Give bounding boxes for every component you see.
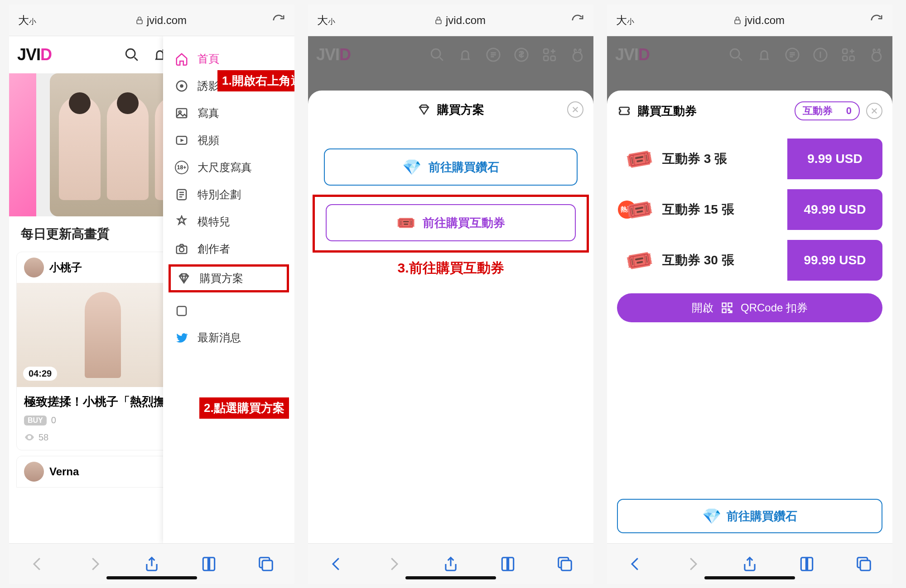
annotation-1: 1.開啟右上角選單: [217, 70, 294, 91]
menu-adult[interactable]: 18+ 大尺度寫真: [163, 154, 294, 181]
menu-label: 購買方案: [200, 271, 243, 286]
reload-icon: [870, 14, 883, 27]
goto-buy-ticket-button[interactable]: 🎟️ 前往購買互動券: [326, 204, 576, 241]
record-icon: [175, 79, 188, 93]
svg-rect-27: [551, 56, 555, 61]
phone-screenshot-1: 大小 jvid.com JVID 點我購 每日更新高畫質: [9, 5, 294, 584]
back-icon[interactable]: [328, 555, 345, 573]
reload-button[interactable]: [566, 14, 584, 27]
ticket-emoji-icon: 🎟️: [624, 195, 655, 225]
menu-model[interactable]: 模特兒: [163, 208, 294, 235]
button-label: 前往購買互動券: [423, 215, 505, 231]
ticket-plan[interactable]: 🎟️ 互動券 3 張 9.99 USD: [617, 139, 882, 179]
diamond-outline-icon: [417, 103, 431, 116]
plan-price: 49.99 USD: [787, 189, 882, 230]
svg-point-37: [872, 52, 881, 61]
goto-buy-diamond-button[interactable]: 💎 前往購買鑽石: [617, 499, 882, 533]
menu-hidden-item[interactable]: [163, 294, 294, 324]
sheet-title: 購買互動券: [638, 103, 697, 119]
menu-label: 首頁: [198, 52, 219, 66]
url-bar[interactable]: jvid.com: [54, 14, 267, 27]
home-icon: [175, 52, 188, 66]
play-icon: [175, 134, 188, 147]
back-icon[interactable]: [29, 555, 46, 573]
menu-special[interactable]: 特別企劃: [163, 181, 294, 208]
forward-icon[interactable]: [86, 555, 103, 573]
menu-label: 視頻: [198, 133, 219, 148]
star-person-icon: [175, 215, 188, 229]
goto-buy-diamond-button[interactable]: 💎 前往購買鑽石: [324, 148, 578, 186]
tabs-icon[interactable]: [257, 555, 275, 573]
url-bar[interactable]: jvid.com: [353, 14, 566, 27]
app-header: JVID: [607, 36, 892, 73]
menu-label: 大尺度寫真: [198, 160, 252, 175]
plan-price: 9.99 USD: [787, 139, 882, 179]
tabs-icon[interactable]: [855, 555, 872, 573]
plan-name: 互動券 3 張: [662, 150, 787, 167]
plan-name: 互動券 30 張: [662, 252, 787, 269]
ticket-highlight: 🎟️ 前往購買互動券: [313, 195, 589, 253]
back-icon[interactable]: [627, 555, 644, 573]
eye-icon: [24, 432, 35, 443]
search-icon: [429, 47, 445, 62]
menu-creator[interactable]: 創作者: [163, 235, 294, 263]
search-icon[interactable]: [124, 47, 140, 62]
home-indicator: [704, 576, 795, 579]
menu-video[interactable]: 視頻: [163, 127, 294, 154]
menu-home[interactable]: 首頁: [163, 45, 294, 72]
qr-redeem-button[interactable]: 開啟 QRCode 扣券: [617, 293, 882, 322]
button-label: 前往購買鑽石: [727, 508, 797, 524]
tabs-icon[interactable]: [556, 555, 573, 573]
avatar: [24, 462, 44, 482]
share-icon[interactable]: [741, 555, 758, 573]
svg-rect-36: [850, 56, 854, 61]
ticket-sheet: 購買互動券 互動券 0 🎟️ 互動券 3 張 9.99 USD 熱門 🎟️: [607, 91, 892, 543]
close-button[interactable]: [567, 101, 583, 118]
ticket-plan[interactable]: 熱門 🎟️ 互動券 15 張 49.99 USD: [617, 189, 882, 230]
reload-button[interactable]: [267, 14, 285, 27]
avatar: [24, 258, 44, 277]
coin-icon: [813, 47, 828, 62]
bookmarks-icon[interactable]: [499, 555, 516, 573]
menu-label: 誘影: [198, 79, 219, 93]
bookmarks-icon[interactable]: [200, 555, 217, 573]
bookmarks-icon[interactable]: [798, 555, 815, 573]
share-icon[interactable]: [442, 555, 459, 573]
text-size-control[interactable]: 大小: [317, 13, 353, 28]
logo[interactable]: JVID: [17, 45, 52, 64]
menu-photo[interactable]: 寫真: [163, 100, 294, 127]
coin-icon: [514, 47, 529, 62]
chip-count: 0: [846, 105, 852, 117]
menu-purchase[interactable]: 購買方案: [169, 264, 289, 292]
home-indicator: [405, 576, 496, 579]
view-count: 58: [39, 432, 48, 443]
lock-icon: [733, 16, 742, 25]
svg-rect-13: [177, 109, 187, 118]
apps-menu-icon: [841, 47, 856, 62]
menu-label: 特別企劃: [198, 187, 241, 202]
svg-rect-29: [561, 560, 571, 570]
ticket-plan[interactable]: 🎟️ 互動券 30 張 99.99 USD: [617, 240, 882, 281]
menu-label: 寫真: [198, 106, 219, 120]
user-name: 小桃子: [49, 260, 82, 275]
text-size-control[interactable]: 大小: [18, 13, 54, 28]
button-label: 前往購買鑽石: [429, 159, 499, 175]
forward-icon[interactable]: [385, 555, 402, 573]
diamond-emoji-icon: 💎: [402, 158, 421, 176]
ticket-outline-icon: [617, 104, 631, 118]
forward-icon[interactable]: [684, 555, 701, 573]
search-icon: [728, 47, 744, 62]
app-content: JVID 購買互動券 互動券 0: [607, 36, 892, 543]
menu-news[interactable]: 最新消息: [163, 324, 294, 351]
lock-icon: [135, 16, 144, 25]
close-button[interactable]: [866, 103, 882, 119]
reload-button[interactable]: [865, 14, 883, 27]
safari-top-bar: 大小 jvid.com: [9, 5, 294, 36]
svg-rect-35: [843, 56, 847, 61]
share-icon[interactable]: [143, 555, 160, 573]
app-header: JVID: [308, 36, 593, 73]
apps-menu-icon: [542, 47, 557, 62]
app-content: JVID 點我購 每日更新高畫質 小桃子 04:29: [9, 36, 294, 543]
text-size-control[interactable]: 大小: [616, 13, 652, 28]
url-bar[interactable]: jvid.com: [652, 14, 865, 27]
